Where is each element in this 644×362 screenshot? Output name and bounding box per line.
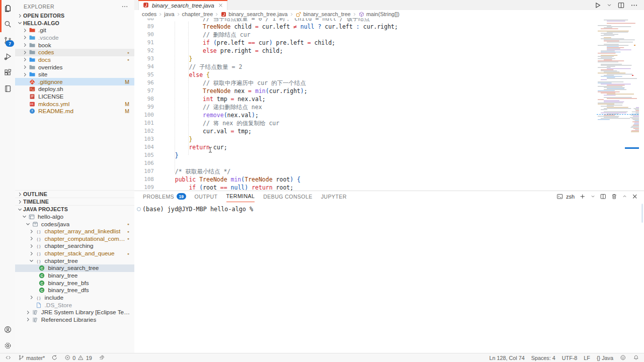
more-editor-actions-icon[interactable]: [630, 2, 638, 9]
maximize-panel-icon[interactable]: [622, 194, 627, 199]
code-line-94[interactable]: 94 // 子结点数量 = 2: [134, 63, 644, 71]
breadcrumb-binary-search-tree-java[interactable]: binary_search_tree.java: [220, 11, 287, 18]
code-line-88[interactable]: 88 // 当子结点数量 = 0 / 1 时， child = null / 该…: [134, 18, 644, 23]
java-projects-item-binary-tree-bfs[interactable]: Cbinary_tree_bfs: [15, 279, 134, 287]
java-projects-item-chapter-stack-and-queue[interactable]: { }chapter_stack_and_queue●: [15, 250, 134, 257]
panel-tab-problems[interactable]: PROBLEMS19: [143, 191, 186, 202]
breadcrumb-codes[interactable]: codes: [142, 11, 156, 17]
code-line-90[interactable]: 90 // 删除结点 cur: [134, 31, 644, 39]
activity-bar-explorer[interactable]: [0, 0, 15, 16]
code-line-108[interactable]: 108 public TreeNode min(TreeNode root) {: [134, 175, 644, 184]
timeline-section[interactable]: TIMELINE: [15, 198, 134, 205]
code-line-93[interactable]: 93 }: [134, 55, 644, 63]
code-line-92[interactable]: 92 else pre.right = child;: [134, 47, 644, 55]
breadcrumb-chapter-tree[interactable]: chapter_tree: [182, 11, 213, 17]
terminal-scrollbar[interactable]: [641, 204, 643, 223]
breadcrumb-binary-search-tree[interactable]: binary_search_tree: [295, 11, 351, 18]
code-line-101[interactable]: 101 // 将 nex 的值复制给 cur: [134, 119, 644, 127]
git-sync-item[interactable]: [51, 354, 58, 361]
language-mode-item[interactable]: {} Java: [597, 355, 613, 361]
explorer-item--gitignore[interactable]: .gitignoreM: [15, 78, 134, 85]
indentation-item[interactable]: Spaces: 4: [531, 355, 555, 361]
tab-binary-search-tree-java[interactable]: binary_search_tree.java: [138, 0, 227, 10]
java-projects-section[interactable]: JAVA PROJECTS: [15, 205, 134, 213]
cursor-position-item[interactable]: Ln 128, Col 74: [490, 355, 525, 361]
minimap[interactable]: [597, 19, 639, 190]
activity-bar-settings[interactable]: [0, 337, 15, 353]
run-dropdown-icon[interactable]: [607, 3, 612, 8]
code-line-95[interactable]: 95 else {: [134, 71, 644, 79]
activity-bar-source-control[interactable]: 7: [0, 32, 15, 48]
java-projects-item-codes-java[interactable]: codes/java●: [15, 220, 134, 228]
activity-bar-run-and-debug[interactable]: [0, 48, 15, 64]
run-java-button[interactable]: [594, 2, 601, 9]
more-actions-icon[interactable]: [121, 3, 128, 10]
breadcrumb-java[interactable]: java: [164, 11, 174, 17]
feedback-item[interactable]: [620, 354, 626, 361]
java-projects-item-chapter-tree[interactable]: { }chapter_tree: [15, 257, 134, 264]
panel-tab-jupyter[interactable]: JUPYTER: [321, 191, 347, 202]
java-projects-item--ds-store[interactable]: .DS_Store: [15, 301, 134, 309]
new-terminal-icon[interactable]: [579, 193, 586, 200]
code-editor[interactable]: 88 // 当子结点数量 = 0 / 1 时， child = null / 该…: [134, 18, 644, 191]
activity-bar-accounts[interactable]: [0, 321, 15, 337]
panel-tab-terminal[interactable]: TERMINAL: [226, 191, 255, 202]
encoding-item[interactable]: UTF-8: [562, 355, 578, 361]
code-line-99[interactable]: 99 // 递归删除结点 nex: [134, 103, 644, 111]
java-projects-item-referenced-libraries[interactable]: Referenced Libraries: [15, 316, 134, 324]
close-panel-icon[interactable]: [631, 193, 638, 200]
terminal-content[interactable]: (base) jyd@JYD-MBP hello-algo %: [134, 202, 644, 213]
explorer-item-mkdocs-yml[interactable]: mkdocs.ymlM: [15, 100, 134, 108]
breadcrumb-main-string-[interactable]: main(String[]): [358, 11, 399, 18]
shell-label[interactable]: zsh: [566, 194, 575, 200]
panel-tab-output[interactable]: OUTPUT: [195, 191, 218, 202]
code-line-103[interactable]: 103 }: [134, 135, 644, 143]
panel-tab-debug-console[interactable]: DEBUG CONSOLE: [263, 191, 312, 202]
java-projects-item-binary-tree-dfs[interactable]: Cbinary_tree_dfs: [15, 287, 134, 294]
code-line-97[interactable]: 97 TreeNode nex = min(cur.right);: [134, 87, 644, 95]
terminal-dropdown-icon[interactable]: [591, 194, 595, 199]
split-terminal-icon[interactable]: [600, 193, 607, 200]
explorer-item-overrides[interactable]: overrides: [15, 63, 134, 71]
split-editor-icon[interactable]: [617, 2, 625, 9]
kill-terminal-icon[interactable]: [611, 193, 618, 200]
outline-section[interactable]: OUTLINE: [15, 190, 134, 198]
explorer-item-deploy-sh[interactable]: deploy.sh: [15, 85, 134, 93]
explorer-item-site[interactable]: site: [15, 71, 134, 78]
explorer-item--git[interactable]: .git: [15, 27, 134, 34]
java-projects-item-jre-system-library-eclipse-temurin-17-17-[interactable]: JRE System Library [Eclipse Temurin 17 […: [15, 309, 134, 316]
explorer-item-license[interactable]: LICENSE: [15, 93, 134, 101]
code-line-98[interactable]: 98 int tmp = nex.val;: [134, 95, 644, 103]
explorer-item--vscode[interactable]: .vscode: [15, 34, 134, 42]
java-projects-item-chapter-searching[interactable]: { }chapter_searching: [15, 242, 134, 250]
notifications-item[interactable]: [633, 354, 639, 361]
close-tab-icon[interactable]: [218, 3, 223, 8]
activity-bar-search[interactable]: [0, 16, 15, 32]
code-line-107[interactable]: 107 /* 获取最小结点 */: [134, 167, 644, 175]
java-projects-item-hello-algo[interactable]: hello-algo: [15, 213, 134, 221]
activity-bar-extensions[interactable]: [0, 64, 15, 80]
java-projects-item-chapter-computational-complexity[interactable]: { }chapter_computational_complexity●: [15, 235, 134, 242]
explorer-item-book[interactable]: book: [15, 41, 134, 49]
eol-item[interactable]: LF: [584, 355, 590, 361]
activity-bar-notebook[interactable]: [0, 80, 15, 97]
code-line-106[interactable]: 106: [134, 159, 644, 167]
code-line-96[interactable]: 96 // 获取中序遍历中 cur 的下一个结点: [134, 79, 644, 87]
java-status-item[interactable]: [99, 354, 105, 361]
code-line-109[interactable]: 109 if (root == null) return root;: [134, 184, 644, 191]
java-projects-item-binary-tree[interactable]: Cbinary_tree: [15, 272, 134, 280]
code-line-89[interactable]: 89 TreeNode child = cur.left ≠ null ? cu…: [134, 23, 644, 31]
code-line-100[interactable]: 100 remove(nex.val);: [134, 111, 644, 119]
explorer-item-readme-md[interactable]: README.mdM: [15, 108, 134, 115]
java-projects-item-binary-search-tree[interactable]: Cbinary_search_tree: [15, 264, 134, 272]
code-line-91[interactable]: 91 if (pre.left == cur) pre.left = child…: [134, 39, 644, 47]
java-projects-item-chapter-array-and-linkedlist[interactable]: { }chapter_array_and_linkedlist●: [15, 228, 134, 235]
remote-indicator[interactable]: [5, 354, 12, 361]
problems-item[interactable]: 0 19: [64, 354, 92, 361]
open-editors-section[interactable]: OPEN EDITORS: [15, 12, 134, 20]
code-line-102[interactable]: 102 cur.val = tmp;: [134, 127, 644, 135]
git-branch-item[interactable]: master*: [18, 354, 45, 361]
explorer-item-codes[interactable]: codes●: [15, 49, 134, 56]
java-projects-item-include[interactable]: { }include: [15, 294, 134, 302]
explorer-item-docs[interactable]: docs●: [15, 56, 134, 64]
